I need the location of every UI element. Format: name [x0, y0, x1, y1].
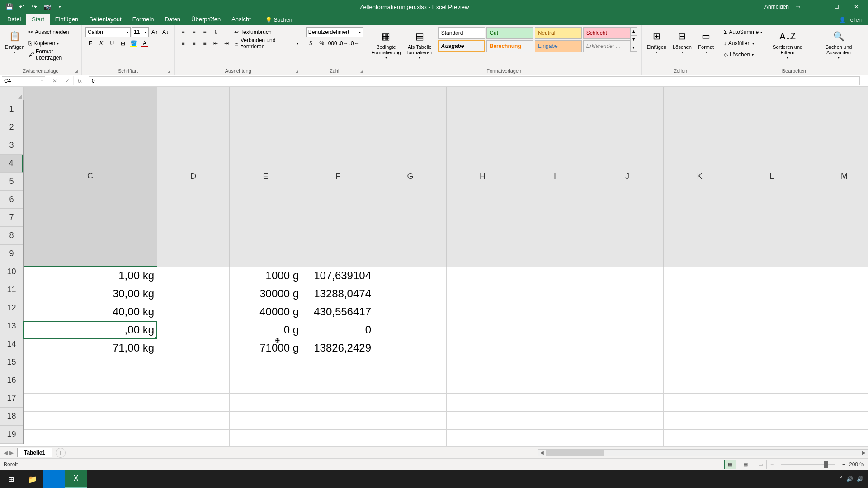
- ribbon-display-icon[interactable]: ▭: [795, 4, 800, 10]
- cell[interactable]: [808, 375, 868, 394]
- page-break-view-icon[interactable]: ▭: [755, 460, 767, 469]
- increase-font-icon[interactable]: A↑: [150, 27, 160, 37]
- delete-cells-button[interactable]: ⊟Löschen▾: [671, 27, 693, 56]
- cell[interactable]: [447, 375, 519, 394]
- cell[interactable]: [664, 339, 736, 357]
- cell[interactable]: [664, 412, 736, 430]
- clear-button[interactable]: ◇Löschen▾: [724, 50, 762, 60]
- cell[interactable]: [230, 357, 302, 375]
- cell[interactable]: [591, 375, 664, 394]
- page-layout-view-icon[interactable]: ▤: [740, 460, 751, 469]
- maximize-button[interactable]: ☐: [826, 0, 846, 14]
- cell[interactable]: [157, 394, 230, 412]
- cell[interactable]: [374, 339, 447, 357]
- volume-icon[interactable]: 🔊: [846, 476, 853, 482]
- col-header-C[interactable]: C: [24, 87, 157, 267]
- cell[interactable]: [591, 430, 664, 447]
- cell[interactable]: 0: [302, 321, 374, 339]
- align-bottom-icon[interactable]: ≡: [200, 27, 210, 37]
- number-launcher[interactable]: ◢: [360, 69, 363, 74]
- file-explorer-icon[interactable]: 📁: [22, 470, 43, 488]
- spreadsheet-grid[interactable]: 12345678910111213141516171819 CDEFGHIJKL…: [0, 87, 868, 446]
- add-sheet-button[interactable]: +: [56, 448, 66, 458]
- cell[interactable]: [157, 267, 230, 285]
- cell[interactable]: [519, 321, 591, 339]
- enter-formula-icon[interactable]: ✓: [61, 76, 73, 85]
- cell[interactable]: [519, 430, 591, 447]
- border-button[interactable]: ⊞: [118, 38, 128, 48]
- style-ausgabe[interactable]: Ausgabe: [438, 40, 485, 52]
- cell[interactable]: [447, 285, 519, 303]
- decrease-decimal-icon[interactable]: .0←: [349, 38, 359, 48]
- cell[interactable]: [447, 357, 519, 375]
- cell[interactable]: [24, 412, 157, 430]
- cell[interactable]: [664, 357, 736, 375]
- row-header-19[interactable]: 19: [0, 426, 23, 444]
- sort-filter-button[interactable]: A↓ZSortieren und Filtern▾: [765, 27, 810, 62]
- zoom-level[interactable]: 200 %: [849, 461, 864, 468]
- row-header-5[interactable]: 5: [0, 173, 23, 191]
- cell[interactable]: [230, 375, 302, 394]
- cell[interactable]: [664, 321, 736, 339]
- cell[interactable]: [736, 267, 808, 285]
- clipboard-launcher[interactable]: ◢: [75, 69, 78, 74]
- style-berechnung[interactable]: Berechnung: [486, 40, 533, 52]
- font-color-button[interactable]: A: [140, 38, 150, 48]
- cell[interactable]: [808, 321, 868, 339]
- cell[interactable]: [374, 375, 447, 394]
- cell[interactable]: [808, 357, 868, 375]
- cell[interactable]: [302, 394, 374, 412]
- col-header-D[interactable]: D: [157, 87, 230, 267]
- row-header-16[interactable]: 16: [0, 371, 23, 389]
- font-name-select[interactable]: Calibri▾: [85, 27, 131, 37]
- cell[interactable]: [664, 303, 736, 321]
- cell[interactable]: [808, 339, 868, 357]
- sheet-nav-prev-icon[interactable]: ◀: [4, 450, 8, 456]
- select-all-corner[interactable]: [0, 87, 24, 100]
- col-header-H[interactable]: H: [447, 87, 519, 267]
- cell[interactable]: [808, 430, 868, 447]
- cell[interactable]: [519, 394, 591, 412]
- increase-decimal-icon[interactable]: .0→: [339, 38, 349, 48]
- row-header-11[interactable]: 11: [0, 281, 23, 299]
- cell[interactable]: 30,00 kg: [24, 285, 157, 303]
- cell[interactable]: [591, 321, 664, 339]
- cell[interactable]: [447, 303, 519, 321]
- align-top-icon[interactable]: ≡: [178, 27, 188, 37]
- gallery-up-icon[interactable]: ▲: [631, 28, 637, 36]
- align-right-icon[interactable]: ≡: [200, 38, 210, 48]
- comma-format-icon[interactable]: 000: [328, 38, 338, 48]
- undo-icon[interactable]: ↶: [17, 2, 26, 11]
- cell[interactable]: [808, 412, 868, 430]
- row-header-13[interactable]: 13: [0, 317, 23, 335]
- cell[interactable]: [591, 285, 664, 303]
- gallery-more-icon[interactable]: ▾: [631, 43, 637, 52]
- gallery-down-icon[interactable]: ▼: [631, 36, 637, 44]
- row-header-7[interactable]: 7: [0, 209, 23, 227]
- cell[interactable]: [447, 339, 519, 357]
- row-header-10[interactable]: 10: [0, 263, 23, 281]
- autosum-button[interactable]: ΣAutoSumme▾: [724, 27, 762, 37]
- tab-seitenlayout[interactable]: Seitenlayout: [84, 14, 127, 25]
- cell[interactable]: [24, 430, 157, 447]
- row-header-4[interactable]: 4: [0, 155, 23, 173]
- cell[interactable]: [374, 357, 447, 375]
- fill-button[interactable]: ↓Ausfüllen▾: [724, 38, 762, 48]
- cell[interactable]: [519, 412, 591, 430]
- col-header-G[interactable]: G: [374, 87, 447, 267]
- format-painter-button[interactable]: 🖌Format übertragen: [28, 50, 78, 60]
- cell[interactable]: [447, 394, 519, 412]
- wrap-text-button[interactable]: ↩Textumbruch: [234, 27, 298, 37]
- horizontal-scrollbar[interactable]: ◀ ▶: [538, 449, 868, 456]
- cell[interactable]: [664, 430, 736, 447]
- underline-button[interactable]: U: [107, 38, 117, 48]
- cell[interactable]: [519, 357, 591, 375]
- row-header-12[interactable]: 12: [0, 299, 23, 317]
- decrease-font-icon[interactable]: A↓: [160, 27, 170, 37]
- cell[interactable]: 1000 g: [230, 267, 302, 285]
- cell[interactable]: [736, 321, 808, 339]
- qat-dropdown-icon[interactable]: ▾: [55, 2, 64, 11]
- row-header-2[interactable]: 2: [0, 118, 23, 136]
- bold-button[interactable]: F: [85, 38, 95, 48]
- cell-styles-gallery[interactable]: Standard Gut Neutral Schlecht Ausgabe Be…: [438, 27, 630, 52]
